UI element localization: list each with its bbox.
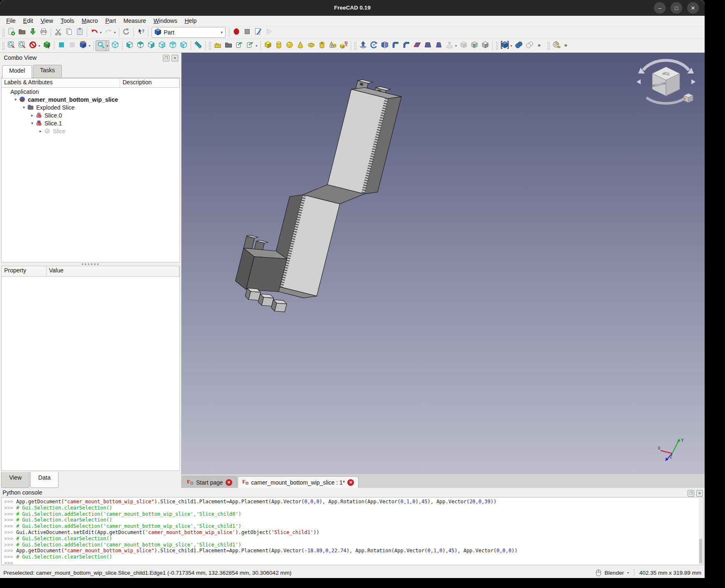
part-convert-to-solid-button[interactable]	[480, 40, 491, 51]
part-sphere-button[interactable]	[284, 40, 295, 51]
part-box-button[interactable]	[263, 40, 273, 51]
menu-macro[interactable]: Macro	[78, 17, 102, 25]
tree-expander-icon[interactable]: ▾	[21, 105, 27, 110]
part-offset-button[interactable]	[444, 40, 455, 51]
redo-button[interactable]	[103, 27, 114, 38]
tree-expander-icon[interactable]: ▾	[12, 97, 19, 102]
nav-forward-button[interactable]	[67, 40, 78, 51]
part-cylinder-button[interactable]	[273, 40, 284, 51]
part-torus-button[interactable]	[306, 40, 317, 51]
new-document-button[interactable]	[6, 27, 17, 38]
menu-part[interactable]: Part	[101, 17, 120, 25]
tree-item-slice[interactable]: ▸Slice	[2, 127, 179, 135]
part-refine-shape-button[interactable]: F	[469, 40, 480, 51]
part-loft-button[interactable]	[433, 40, 444, 51]
tab-close-icon[interactable]: ✕	[226, 479, 232, 486]
view-right-button[interactable]	[146, 40, 157, 51]
boolean-cut-button[interactable]	[524, 40, 535, 51]
mdi-tab-document[interactable]: Fcamer_mount_bottom_wip_slice : 1*✕	[238, 476, 359, 488]
measure-distance-button[interactable]	[193, 40, 204, 51]
draw-style-button[interactable]	[27, 40, 38, 51]
fit-all-button[interactable]	[6, 40, 17, 51]
nav-style-selector[interactable]: Blender	[605, 570, 624, 576]
box-element-selection-button[interactable]	[42, 40, 52, 51]
tree-expander-icon[interactable]: ▸	[37, 129, 44, 133]
menu-edit[interactable]: Edit	[20, 17, 37, 25]
menu-help[interactable]: Help	[181, 17, 200, 25]
part-tube-button[interactable]	[317, 40, 327, 51]
measure-tape-button[interactable]	[551, 40, 562, 51]
part-ruled-surface-button[interactable]	[423, 40, 433, 51]
tree-expander-icon[interactable]: ▸	[29, 113, 35, 118]
view-bottom-button[interactable]	[167, 40, 178, 51]
view-rear-button[interactable]	[157, 40, 167, 51]
part-shape-from-mesh-button[interactable]	[212, 40, 223, 51]
open-document-button[interactable]	[17, 27, 27, 38]
tree-item-camer-mount-bottom-wip-slice[interactable]: ▾camer_mount_bottom_wip_slice	[2, 96, 179, 103]
tree-column-labels[interactable]: Labels & Attributes	[2, 78, 120, 88]
sync-view-button[interactable]	[78, 40, 88, 51]
part-chamfer-button[interactable]	[401, 40, 412, 51]
tab-view[interactable]: View	[1, 472, 29, 488]
toolbar-drag-handle[interactable]	[496, 42, 498, 50]
navigation-cube[interactable]: TOP BOTTOM	[635, 58, 697, 105]
copy-button[interactable]	[64, 27, 74, 38]
console-scrollbar[interactable]	[699, 498, 703, 564]
part-extrude-button[interactable]	[358, 40, 369, 51]
panel-float-icon[interactable]: ❐	[163, 55, 170, 61]
nav-back-button[interactable]	[56, 40, 67, 51]
title-bar[interactable]: FreeCAD 0.19 – □ ✕	[0, 0, 705, 16]
tree-item-exploded-slice[interactable]: ▾Exploded Slice	[2, 103, 179, 111]
model-tree[interactable]: Application▾camer_mount_bottom_wip_slice…	[1, 88, 180, 262]
boolean-union-button[interactable]	[514, 40, 524, 51]
panel-splitter[interactable]: ●●●●●●	[1, 262, 180, 266]
menu-view[interactable]: View	[37, 17, 57, 25]
fit-selection-button[interactable]	[17, 40, 27, 51]
menu-file[interactable]: File	[2, 17, 20, 25]
menu-measure[interactable]: Measure	[120, 17, 150, 25]
maximize-button[interactable]: □	[671, 2, 682, 14]
tree-item-slice-1[interactable]: ▾Slice.1	[2, 119, 179, 127]
part-cone-button[interactable]	[295, 40, 306, 51]
console-close-icon[interactable]: ✕	[696, 490, 703, 497]
refresh-button[interactable]	[121, 27, 132, 38]
viewport-3d[interactable]: TOP BOTTOM X Y	[182, 53, 705, 473]
minimize-button[interactable]: –	[654, 2, 666, 14]
toolbar-drag-handle[interactable]	[2, 28, 5, 37]
part-compound-button[interactable]	[499, 40, 510, 51]
part-fillet-button[interactable]	[390, 40, 401, 51]
part-thickness-button[interactable]	[458, 40, 469, 51]
tab-data[interactable]: Data	[30, 472, 59, 488]
part-revolve-button[interactable]	[369, 40, 379, 51]
print-button[interactable]	[38, 27, 49, 38]
tab-model[interactable]: Model	[2, 65, 32, 78]
toolbar-overflow-button[interactable]: »	[535, 40, 546, 51]
part-export-button[interactable]	[245, 40, 256, 51]
view-top-button[interactable]	[135, 40, 146, 51]
view-front-button[interactable]	[124, 40, 135, 51]
workbench-selector[interactable]: Part▾	[152, 27, 226, 38]
part-import-button[interactable]	[234, 40, 245, 51]
menu-tools[interactable]: Tools	[57, 17, 78, 25]
part-mirror-button[interactable]	[379, 40, 390, 51]
toolbar-drag-handle[interactable]	[354, 42, 356, 50]
macro-edit-button[interactable]	[253, 27, 263, 38]
tree-expander-icon[interactable]: ▾	[29, 121, 35, 125]
property-editor[interactable]	[1, 277, 180, 471]
tree-item-slice-0[interactable]: ▸Slice.0	[2, 111, 179, 119]
cut-button[interactable]	[53, 27, 64, 38]
part-make-face-button[interactable]	[412, 40, 423, 51]
toolbar-drag-handle[interactable]	[547, 42, 550, 50]
paste-button[interactable]	[74, 27, 85, 38]
tree-item-application[interactable]: Application	[2, 88, 179, 96]
part-primitives-dialog-button[interactable]	[338, 40, 349, 51]
zoom-button[interactable]	[96, 40, 106, 51]
console-float-icon[interactable]: ❐	[688, 490, 694, 497]
toolbar-overflow-2-button[interactable]: »	[562, 40, 573, 51]
nav-style-caret-icon[interactable]: ▾	[627, 571, 629, 575]
view-left-button[interactable]	[178, 40, 189, 51]
macro-play-button[interactable]	[263, 27, 274, 38]
python-console[interactable]: >>> App.getDocument("camer_mount_bottom_…	[1, 497, 703, 565]
macro-record-button[interactable]	[231, 27, 242, 38]
whats-this-button[interactable]: ?	[135, 27, 146, 38]
